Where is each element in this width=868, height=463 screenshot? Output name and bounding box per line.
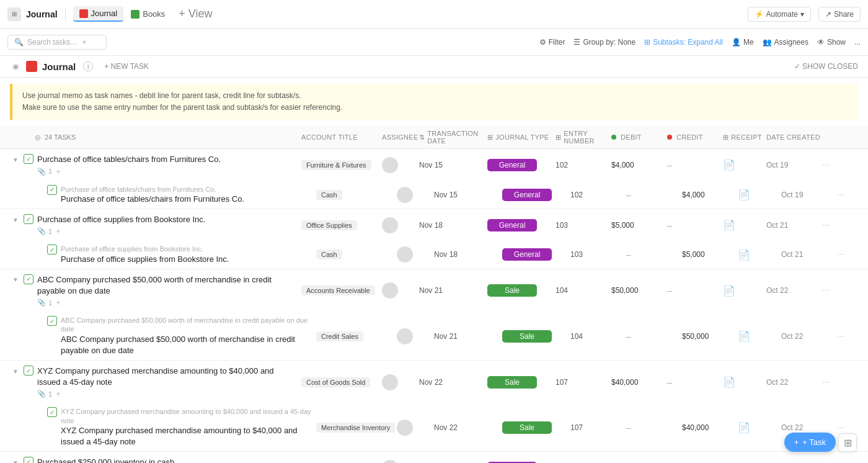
- me-button[interactable]: 👤 Me: [732, 38, 754, 47]
- automate-button[interactable]: ⚡ Automate ▾: [748, 7, 811, 22]
- add-view-button[interactable]: + View: [179, 7, 212, 20]
- grid-view-fab[interactable]: ⊞: [838, 433, 857, 452]
- row-action-icon-s4-0[interactable]: ⋯: [837, 423, 844, 432]
- new-task-button[interactable]: + NEW TASK: [104, 62, 149, 71]
- assignee-avatar-s2-0[interactable]: [397, 246, 413, 263]
- subtask-name-small-2-0: Purchase of office supplies from Booksto…: [61, 245, 229, 253]
- subtask-check-1-0[interactable]: ✓: [47, 185, 57, 195]
- expander-icon[interactable]: ▼: [10, 154, 21, 165]
- task-name-wrap-1: Purchase of office tables/chairs from Fu…: [37, 154, 221, 176]
- tab-journal[interactable]: Journal: [73, 6, 124, 22]
- subtask-name-small-4-0: XYZ Company purchased merchandise amount…: [61, 407, 311, 425]
- add-subtask-1[interactable]: +: [56, 167, 61, 176]
- debit-p4: $40,000: [611, 378, 638, 387]
- assignee-avatar-p3[interactable]: [382, 282, 398, 299]
- tab-books[interactable]: Books: [125, 7, 171, 21]
- subtasks-button[interactable]: ⊞ Subtasks: Expand All: [644, 38, 723, 47]
- task-check-2[interactable]: ✓: [24, 214, 33, 224]
- parent-row-5[interactable]: ▼ ✓ Purchased $250,000 inventory in cash…: [0, 452, 868, 463]
- expander-icon[interactable]: ▼: [10, 366, 21, 377]
- group-by-button[interactable]: ☰ Group by: None: [574, 38, 636, 47]
- subtask-check-4-0[interactable]: ✓: [47, 407, 57, 417]
- add-subtask-3[interactable]: +: [56, 298, 61, 307]
- add-subtask-4[interactable]: +: [56, 389, 61, 398]
- show-closed-button[interactable]: ✓ SHOW CLOSED: [794, 62, 858, 71]
- journal-badge-p1[interactable]: General: [487, 159, 537, 171]
- add-subtask-2[interactable]: +: [56, 227, 61, 236]
- credit-dot: [667, 135, 672, 140]
- task-check-3[interactable]: ✓: [24, 274, 33, 284]
- task-name-wrap-3: ABC Company purchased $50,000 worth of m…: [37, 274, 296, 307]
- show-button[interactable]: 👁 Show: [817, 38, 846, 47]
- task-name-wrap-2: Purchase of office supplies from Booksto…: [37, 214, 205, 236]
- journal-badge-s4-0[interactable]: Sale: [502, 421, 552, 434]
- task-check-1[interactable]: ✓: [24, 154, 33, 164]
- journal-badge-p2[interactable]: General: [487, 219, 537, 232]
- subtask-row-2-0[interactable]: ✓ Purchase of office supplies from Books…: [0, 241, 868, 268]
- clip-icon: 📎: [37, 390, 46, 398]
- list-title: Journal: [42, 61, 76, 72]
- parent-row-2[interactable]: ▼ ✓ Purchase of office supplies from Boo…: [0, 209, 868, 241]
- row-action-icon-p4[interactable]: ⋯: [822, 378, 830, 387]
- journal-badge-s1-0[interactable]: General: [502, 189, 552, 201]
- app-title: Journal: [26, 9, 58, 19]
- entry-s3-0: 104: [570, 332, 583, 341]
- app-logo[interactable]: ⊞: [7, 7, 21, 21]
- journal-badge-s3-0[interactable]: Sale: [502, 330, 552, 343]
- receipt-header-icon: ⊞: [723, 133, 728, 142]
- debit-s3-0: –: [626, 331, 631, 341]
- assignee-avatar-s4-0[interactable]: [397, 420, 413, 436]
- date-p2: Nov 18: [419, 221, 443, 230]
- expander-icon[interactable]: ▼: [10, 457, 21, 463]
- subtask-name-1-0: Purchase of office tables/chairs from Fu…: [61, 194, 244, 205]
- date-p4: Nov 22: [419, 378, 443, 387]
- more-options-button[interactable]: ...: [854, 38, 861, 47]
- task-name-main-1: Purchase of office tables/chairs from Fu…: [37, 154, 221, 165]
- assignee-avatar-s1-0[interactable]: [397, 187, 413, 203]
- filter-button[interactable]: ⚙ Filter: [539, 38, 565, 47]
- receipt-icon-s3-0: 📄: [738, 330, 750, 342]
- assignee-avatar-p4[interactable]: [382, 374, 398, 390]
- subtask-row-4-0[interactable]: ✓ XYZ Company purchased merchandise amou…: [0, 403, 868, 451]
- parent-row-1[interactable]: ▼ ✓ Purchase of office tables/chairs fro…: [0, 149, 868, 181]
- created-p1: Oct 19: [766, 161, 788, 169]
- parent-row-3[interactable]: ▼ ✓ ABC Company purchased $50,000 worth …: [0, 269, 868, 312]
- expander-icon[interactable]: ▼: [10, 274, 21, 285]
- assignee-avatar-p5[interactable]: [382, 460, 398, 463]
- row-action-icon-s2-0[interactable]: ⋯: [837, 250, 844, 259]
- subtask-row-1-0[interactable]: ✓ Purchase of office tables/chairs from …: [0, 181, 868, 209]
- task-check-4[interactable]: ✓: [24, 366, 33, 375]
- row-action-icon-s3-0[interactable]: ⋯: [837, 332, 844, 341]
- collapse-button[interactable]: ◉: [10, 61, 21, 72]
- journal-badge-p4[interactable]: Sale: [487, 376, 537, 389]
- journal-badge-s2-0[interactable]: General: [502, 248, 552, 261]
- subtask-check-2-0[interactable]: ✓: [47, 245, 57, 254]
- row-action-icon-p1[interactable]: ⋯: [822, 161, 830, 169]
- row-action-icon-p3[interactable]: ⋯: [822, 286, 830, 295]
- add-task-fab[interactable]: + + Task: [784, 433, 836, 452]
- credit-s1-0: $4,000: [682, 191, 705, 199]
- search-box[interactable]: 🔍 Search tasks... ▾: [7, 35, 107, 50]
- top-bar-right: ⚡ Automate ▾ ↗ Share: [748, 7, 861, 22]
- task-check-5[interactable]: ✓: [24, 457, 33, 463]
- parent-row-4[interactable]: ▼ ✓ XYZ Company purchased merchandise am…: [0, 361, 868, 403]
- subtask-check-3-0[interactable]: ✓: [47, 316, 57, 326]
- subtask-name-small-3-0: ABC Company purchased $50,000 worth of m…: [61, 316, 311, 334]
- share-button[interactable]: ↗ Share: [818, 7, 861, 22]
- subtask-row-3-0[interactable]: ✓ ABC Company purchased $50,000 worth of…: [0, 312, 868, 360]
- assignees-button[interactable]: 👥 Assignees: [763, 38, 808, 47]
- receipt-icon-p1: 📄: [723, 159, 735, 171]
- task-group-4: ▼ ✓ XYZ Company purchased merchandise am…: [0, 361, 868, 452]
- row-action-icon-s1-0[interactable]: ⋯: [837, 191, 844, 199]
- assignee-avatar-s3-0[interactable]: [397, 328, 413, 344]
- collapse-all[interactable]: ◎ 24 TASKS: [10, 133, 301, 142]
- receipt-header: ⊞ RECEIPT: [723, 133, 766, 142]
- journal-badge-p3[interactable]: Sale: [487, 284, 537, 297]
- credit-p3: –: [667, 285, 672, 295]
- subtasks-icon: ⊞: [644, 38, 650, 47]
- assignee-avatar-p1[interactable]: [382, 157, 398, 173]
- row-action-icon-p2[interactable]: ⋯: [822, 221, 830, 230]
- expander-icon[interactable]: ▼: [10, 214, 21, 225]
- assignee-avatar-p2[interactable]: [382, 217, 398, 233]
- info-icon[interactable]: i: [83, 61, 93, 71]
